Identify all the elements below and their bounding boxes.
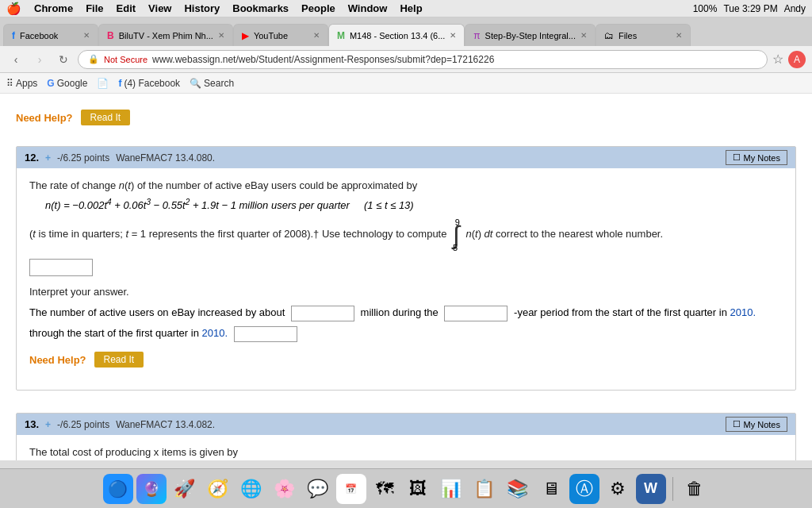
forward-button[interactable]: › [30, 50, 49, 69]
safari-icon: 🧭 [207, 479, 228, 499]
numbers-icon: 📊 [440, 479, 462, 499]
interpret-year-period-input[interactable] [444, 306, 508, 321]
dock-messages[interactable]: 💬 [303, 474, 333, 504]
question-13-block: 13. + -/6.25 points WaneFMAC7 13.4.082. … [16, 413, 796, 460]
question-12-integral-row: (t is time in quarters; t = 1 represents… [29, 217, 783, 252]
interpret-suffix-text: -year period from the start of the first… [514, 306, 727, 318]
google-bookmark[interactable]: G Google [47, 78, 87, 89]
question-12-header: 12. + -/6.25 points WaneFMAC7 13.4.080. … [17, 147, 795, 168]
menu-edit[interactable]: Edit [117, 2, 136, 14]
reload-button[interactable]: ↻ [54, 50, 73, 69]
interpret-year2-highlight: 2010. [202, 328, 228, 340]
interpret-year2-input[interactable] [234, 326, 297, 342]
dock-photos2[interactable]: 🖼 [403, 474, 433, 504]
my-notes-13-button[interactable]: ☐ My Notes [726, 417, 787, 432]
tab-m148[interactable]: M M148 - Section 13.4 (6... ✕ [328, 24, 465, 46]
tab-close-stepbystep[interactable]: ✕ [580, 31, 587, 40]
tab-bilutv[interactable]: B BiluTV - Xem Phim Nh... ✕ [98, 24, 233, 46]
siri-icon: 🔮 [143, 480, 160, 498]
user-name: Andy [784, 3, 806, 14]
ibooks-icon: 📚 [507, 479, 528, 499]
my-notes-13-label: My Notes [744, 420, 780, 429]
dock-calendar[interactable]: 📅 [336, 474, 366, 504]
question-13-points: -/6.25 points [57, 419, 109, 430]
tab-label-files: Files [619, 31, 637, 40]
dock-trash[interactable]: 🗑 [680, 474, 710, 504]
tab-label-stepbystep: Step-By-Step Integral... [485, 31, 576, 40]
tab-close-m148[interactable]: ✕ [450, 31, 456, 40]
my-notes-12-button[interactable]: ☐ My Notes [726, 150, 787, 165]
dock-maps[interactable]: 🗺 [370, 474, 400, 504]
photos2-icon: 🖼 [409, 479, 427, 499]
need-help-12-row: Need Help? Read It [29, 342, 783, 380]
dock-appstore[interactable]: Ⓐ [569, 474, 599, 504]
dock-photos[interactable]: 🌸 [270, 474, 300, 504]
launchpad-icon: 🚀 [174, 479, 195, 499]
question-12-answer-input[interactable] [29, 259, 93, 276]
dock-chrome[interactable]: 🌐 [236, 474, 266, 504]
dock-ibooks[interactable]: 📚 [503, 474, 533, 504]
doc-bookmark[interactable]: 📄 [97, 78, 109, 89]
calendar-icon: 📅 [345, 483, 357, 495]
tab-facebook[interactable]: f Facebook ✕ [3, 24, 98, 46]
dock-launchpad[interactable]: 🚀 [170, 474, 200, 504]
tab-close-files[interactable]: ✕ [676, 31, 682, 40]
search-label: Search [204, 78, 234, 89]
dock-numbers[interactable]: 📊 [436, 474, 466, 504]
browser-content: Need Help? Read It 12. + -/6.25 points W… [0, 94, 812, 460]
dock-settings[interactable]: ⚙ [603, 474, 633, 504]
bookmark-star-icon[interactable]: ☆ [772, 52, 783, 67]
menu-history[interactable]: History [184, 2, 220, 14]
menu-window[interactable]: Window [348, 2, 388, 14]
dock-finder[interactable]: 🔵 [103, 474, 133, 504]
question-12-expand-icon[interactable]: + [45, 152, 51, 164]
menu-help[interactable]: Help [400, 2, 422, 14]
dock-keynote2[interactable]: 🖥 [536, 474, 566, 504]
settings-icon: ⚙ [610, 479, 626, 499]
dock-safari[interactable]: 🧭 [203, 474, 233, 504]
not-secure-label: Not Secure [104, 55, 147, 64]
read-it-12-button[interactable]: Read It [94, 352, 144, 368]
tab-label-m148: M148 - Section 13.4 (6... [350, 31, 445, 40]
tab-close-youtube[interactable]: ✕ [313, 31, 320, 40]
tab-close-bilutv[interactable]: ✕ [218, 31, 224, 40]
profile-icon[interactable]: A [788, 51, 806, 68]
need-help-top-row: Need Help? Read It [16, 102, 796, 138]
tab-youtube[interactable]: ▶ YouTube ✕ [233, 24, 328, 46]
menu-bookmarks[interactable]: Bookmarks [232, 2, 289, 14]
interpret-mid-text: million during the [361, 306, 439, 318]
chrome-icon: 🌐 [240, 479, 262, 499]
tab-stepbystep[interactable]: π Step-By-Step Integral... ✕ [465, 24, 596, 46]
tab-favicon-m148: M [337, 30, 345, 41]
menubar: 🍎 Chrome File Edit View History Bookmark… [0, 0, 812, 17]
search-bookmark[interactable]: 🔍 Search [190, 78, 234, 89]
back-button[interactable]: ‹ [6, 50, 25, 69]
menu-view[interactable]: View [148, 2, 171, 14]
question-12-answer-input-row [29, 259, 783, 276]
clock: Tue 3:29 PM [723, 3, 777, 14]
lock-icon: 🔒 [88, 54, 99, 64]
read-it-top-button[interactable]: Read It [81, 110, 131, 125]
menu-people[interactable]: People [301, 2, 335, 14]
dock: 🔵 🔮 🚀 🧭 🌐 🌸 💬 📅 🗺 🖼 📊 📋 📚 🖥 Ⓐ ⚙ [0, 468, 812, 508]
facebook-favicon-bookmark: f [118, 78, 121, 89]
tab-close-facebook[interactable]: ✕ [83, 31, 90, 40]
tab-label-bilutv: BiluTV - Xem Phim Nh... [119, 31, 213, 40]
tab-files[interactable]: 🗂 Files ✕ [596, 24, 691, 46]
app-name[interactable]: Chrome [34, 2, 73, 14]
question-13-expand-icon[interactable]: + [45, 419, 51, 430]
doc-favicon: 📄 [97, 78, 109, 89]
menubar-right: 100% Tue 3:29 PM Andy [693, 3, 806, 14]
dock-siri[interactable]: 🔮 [136, 474, 167, 504]
facebook-bookmark[interactable]: f (4) Facebook [118, 78, 180, 89]
address-bar[interactable]: 🔒 Not Secure www.webassign.net/web/Stude… [78, 50, 768, 69]
question-12-para2: (t is time in quarters; t = 1 represents… [29, 229, 450, 241]
dock-keynote[interactable]: 📋 [469, 474, 500, 504]
interpret-million-input[interactable] [291, 306, 354, 321]
dock-word[interactable]: W [636, 474, 666, 504]
apple-menu[interactable]: 🍎 [6, 2, 21, 16]
interpret-through-line: through the start of the first quarter i… [29, 326, 783, 342]
interpret-line-start: The number of active users on eBay incre… [29, 306, 285, 318]
apps-bookmark[interactable]: ⠿ Apps [6, 78, 37, 89]
menu-file[interactable]: File [86, 2, 103, 14]
